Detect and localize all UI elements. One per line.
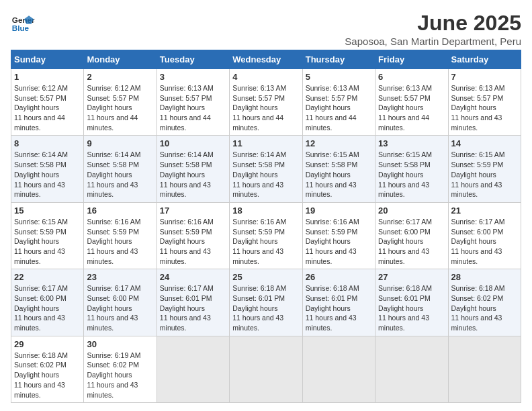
calendar-cell: 16 Sunrise: 6:16 AM Sunset: 5:59 PM Dayl… (84, 202, 157, 269)
calendar-cell (230, 336, 302, 402)
calendar-cell: 6 Sunrise: 6:13 AM Sunset: 5:57 PM Dayli… (375, 69, 448, 136)
calendar-cell: 15 Sunrise: 6:15 AM Sunset: 5:59 PM Dayl… (11, 202, 84, 269)
calendar-cell: 17 Sunrise: 6:16 AM Sunset: 5:59 PM Dayl… (157, 202, 229, 269)
day-info: Sunrise: 6:12 AM Sunset: 5:57 PM Dayligh… (14, 83, 81, 132)
day-number: 4 (232, 72, 299, 82)
day-number: 12 (306, 138, 372, 148)
day-info: Sunrise: 6:18 AM Sunset: 6:01 PM Dayligh… (306, 283, 372, 332)
day-info: Sunrise: 6:15 AM Sunset: 5:58 PM Dayligh… (378, 150, 445, 199)
day-number: 14 (451, 138, 518, 148)
calendar-cell: 10 Sunrise: 6:14 AM Sunset: 5:58 PM Dayl… (157, 136, 229, 202)
day-info: Sunrise: 6:13 AM Sunset: 5:57 PM Dayligh… (232, 83, 299, 132)
day-info: Sunrise: 6:14 AM Sunset: 5:58 PM Dayligh… (14, 150, 81, 199)
svg-text:Blue: Blue (12, 24, 30, 32)
calendar-cell: 29 Sunrise: 6:18 AM Sunset: 6:02 PM Dayl… (11, 336, 84, 402)
day-number: 3 (160, 72, 226, 82)
day-number: 10 (160, 138, 226, 148)
calendar-cell: 28 Sunrise: 6:18 AM Sunset: 6:02 PM Dayl… (448, 269, 521, 336)
calendar-table: SundayMondayTuesdayWednesdayThursdayFrid… (11, 50, 521, 403)
month-title: June 2025 (345, 11, 521, 36)
week-row-4: 22 Sunrise: 6:17 AM Sunset: 6:00 PM Dayl… (11, 269, 521, 336)
day-info: Sunrise: 6:14 AM Sunset: 5:58 PM Dayligh… (232, 150, 299, 199)
calendar-cell: 12 Sunrise: 6:15 AM Sunset: 5:58 PM Dayl… (302, 136, 375, 202)
day-info: Sunrise: 6:18 AM Sunset: 6:01 PM Dayligh… (378, 283, 445, 332)
day-info: Sunrise: 6:13 AM Sunset: 5:57 PM Dayligh… (451, 83, 518, 132)
calendar-cell: 18 Sunrise: 6:16 AM Sunset: 5:59 PM Dayl… (230, 202, 302, 269)
calendar-cell: 5 Sunrise: 6:13 AM Sunset: 5:57 PM Dayli… (302, 69, 375, 136)
calendar-cell: 8 Sunrise: 6:14 AM Sunset: 5:58 PM Dayli… (11, 136, 84, 202)
logo-icon: General Blue (11, 11, 35, 35)
calendar-cell: 2 Sunrise: 6:12 AM Sunset: 5:57 PM Dayli… (84, 69, 157, 136)
day-number: 15 (14, 205, 81, 216)
week-row-1: 1 Sunrise: 6:12 AM Sunset: 5:57 PM Dayli… (11, 69, 521, 136)
calendar-cell: 21 Sunrise: 6:17 AM Sunset: 6:00 PM Dayl… (448, 202, 521, 269)
day-info: Sunrise: 6:17 AM Sunset: 6:00 PM Dayligh… (14, 283, 81, 332)
logo: General Blue (11, 11, 35, 35)
day-number: 1 (14, 72, 81, 82)
calendar-cell: 25 Sunrise: 6:18 AM Sunset: 6:01 PM Dayl… (230, 269, 302, 336)
day-info: Sunrise: 6:15 AM Sunset: 5:58 PM Dayligh… (306, 150, 372, 199)
day-info: Sunrise: 6:13 AM Sunset: 5:57 PM Dayligh… (160, 83, 226, 132)
day-info: Sunrise: 6:18 AM Sunset: 6:01 PM Dayligh… (232, 283, 299, 332)
day-info: Sunrise: 6:19 AM Sunset: 6:02 PM Dayligh… (87, 351, 153, 400)
col-header-wednesday: Wednesday (230, 50, 302, 69)
day-number: 25 (232, 272, 299, 282)
day-info: Sunrise: 6:13 AM Sunset: 5:57 PM Dayligh… (306, 83, 372, 132)
day-number: 6 (378, 72, 445, 82)
day-number: 23 (87, 272, 153, 282)
calendar-cell: 27 Sunrise: 6:18 AM Sunset: 6:01 PM Dayl… (375, 269, 448, 336)
calendar-cell (448, 336, 521, 402)
day-number: 20 (378, 205, 445, 216)
calendar-cell: 14 Sunrise: 6:15 AM Sunset: 5:59 PM Dayl… (448, 136, 521, 202)
day-number: 30 (87, 339, 153, 349)
day-number: 22 (14, 272, 81, 282)
header: General Blue June 2025 Saposoa, San Mart… (11, 11, 521, 47)
day-info: Sunrise: 6:16 AM Sunset: 5:59 PM Dayligh… (232, 217, 299, 266)
day-number: 27 (378, 272, 445, 282)
day-info: Sunrise: 6:13 AM Sunset: 5:57 PM Dayligh… (378, 83, 445, 132)
day-info: Sunrise: 6:18 AM Sunset: 6:02 PM Dayligh… (451, 283, 518, 332)
day-info: Sunrise: 6:14 AM Sunset: 5:58 PM Dayligh… (87, 150, 153, 199)
day-number: 21 (451, 205, 518, 216)
title-area: June 2025 Saposoa, San Martin Department… (345, 11, 521, 47)
col-header-thursday: Thursday (302, 50, 375, 69)
calendar-cell: 22 Sunrise: 6:17 AM Sunset: 6:00 PM Dayl… (11, 269, 84, 336)
day-number: 9 (87, 138, 153, 148)
day-info: Sunrise: 6:15 AM Sunset: 5:59 PM Dayligh… (14, 217, 81, 266)
day-number: 28 (451, 272, 518, 282)
calendar-cell: 13 Sunrise: 6:15 AM Sunset: 5:58 PM Dayl… (375, 136, 448, 202)
day-number: 18 (232, 205, 299, 216)
calendar-cell (302, 336, 375, 402)
day-number: 29 (14, 339, 81, 349)
week-row-2: 8 Sunrise: 6:14 AM Sunset: 5:58 PM Dayli… (11, 136, 521, 202)
day-number: 16 (87, 205, 153, 216)
day-number: 11 (232, 138, 299, 148)
col-header-sunday: Sunday (11, 50, 84, 69)
day-info: Sunrise: 6:18 AM Sunset: 6:02 PM Dayligh… (14, 351, 81, 400)
day-number: 8 (14, 138, 81, 148)
day-info: Sunrise: 6:15 AM Sunset: 5:59 PM Dayligh… (451, 150, 518, 199)
week-row-3: 15 Sunrise: 6:15 AM Sunset: 5:59 PM Dayl… (11, 202, 521, 269)
day-info: Sunrise: 6:17 AM Sunset: 6:00 PM Dayligh… (378, 217, 445, 266)
day-info: Sunrise: 6:12 AM Sunset: 5:57 PM Dayligh… (87, 83, 153, 132)
calendar-cell: 3 Sunrise: 6:13 AM Sunset: 5:57 PM Dayli… (157, 69, 229, 136)
calendar-cell: 7 Sunrise: 6:13 AM Sunset: 5:57 PM Dayli… (448, 69, 521, 136)
day-number: 7 (451, 72, 518, 82)
day-number: 19 (306, 205, 372, 216)
day-number: 24 (160, 272, 226, 282)
day-info: Sunrise: 6:14 AM Sunset: 5:58 PM Dayligh… (160, 150, 226, 199)
col-header-tuesday: Tuesday (157, 50, 229, 69)
calendar-cell: 19 Sunrise: 6:16 AM Sunset: 5:59 PM Dayl… (302, 202, 375, 269)
day-number: 26 (306, 272, 372, 282)
day-info: Sunrise: 6:17 AM Sunset: 6:00 PM Dayligh… (87, 283, 153, 332)
col-header-monday: Monday (84, 50, 157, 69)
day-number: 17 (160, 205, 226, 216)
day-number: 13 (378, 138, 445, 148)
day-number: 2 (87, 72, 153, 82)
calendar-cell: 20 Sunrise: 6:17 AM Sunset: 6:00 PM Dayl… (375, 202, 448, 269)
week-row-5: 29 Sunrise: 6:18 AM Sunset: 6:02 PM Dayl… (11, 336, 521, 402)
day-info: Sunrise: 6:16 AM Sunset: 5:59 PM Dayligh… (306, 217, 372, 266)
calendar-cell: 1 Sunrise: 6:12 AM Sunset: 5:57 PM Dayli… (11, 69, 84, 136)
day-info: Sunrise: 6:16 AM Sunset: 5:59 PM Dayligh… (87, 217, 153, 266)
calendar-cell: 11 Sunrise: 6:14 AM Sunset: 5:58 PM Dayl… (230, 136, 302, 202)
